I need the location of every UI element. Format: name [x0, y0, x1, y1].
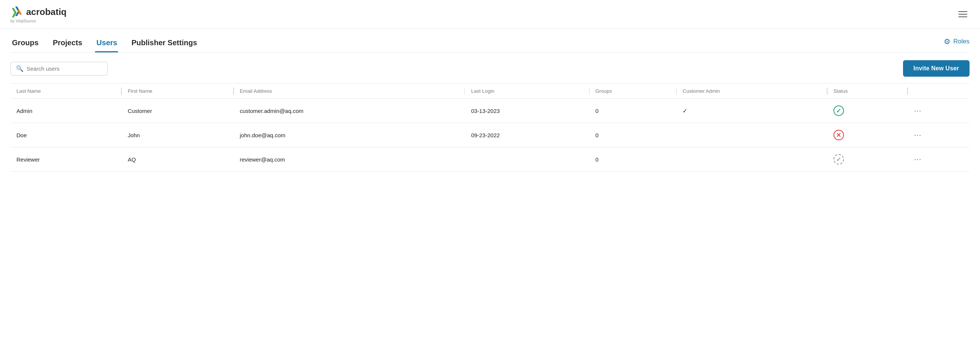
tab-projects[interactable]: Projects	[51, 35, 90, 53]
col-customer-admin: Customer Admin	[676, 84, 827, 99]
cell-groups: 0	[589, 123, 676, 147]
more-options-button[interactable]: ⋯	[914, 107, 922, 115]
cell-last-name: Reviewer	[11, 147, 122, 172]
cell-last-login	[465, 147, 589, 172]
gear-icon: ⚙	[944, 37, 950, 46]
col-last-name: Last Name	[11, 84, 122, 99]
roles-label: Roles	[953, 38, 969, 45]
col-groups: Groups	[589, 84, 676, 99]
hamburger-menu[interactable]	[956, 9, 969, 19]
col-email: Email Address	[234, 84, 465, 99]
cell-customer-admin: ✓	[676, 99, 827, 123]
main-nav: Groups Projects Users Publisher Settings…	[0, 29, 980, 53]
table-header: Last Name First Name Email Address Last …	[11, 84, 969, 99]
cell-status: ✕	[827, 123, 908, 147]
cell-email: reviewer@aq.com	[234, 147, 465, 172]
col-status: Status	[827, 84, 908, 99]
logo-subtitle: by VitalSource	[11, 19, 36, 23]
logo: acrobatiq	[11, 5, 67, 19]
status-active-icon: ✓	[834, 105, 844, 116]
col-actions	[908, 84, 969, 99]
users-table: Last Name First Name Email Address Last …	[11, 83, 969, 172]
roles-button[interactable]: ⚙ Roles	[944, 37, 969, 51]
cell-last-login: 09-23-2022	[465, 123, 589, 147]
cell-first-name: John	[122, 123, 234, 147]
status-inactive-icon: ✕	[834, 130, 844, 140]
cell-last-name: Doe	[11, 123, 122, 147]
cell-groups: 0	[589, 147, 676, 172]
cell-last-login: 03-13-2023	[465, 99, 589, 123]
cell-customer-admin	[676, 123, 827, 147]
tab-users[interactable]: Users	[95, 35, 125, 53]
table-body: Admin Customer customer.admin@aq.com 03-…	[11, 99, 969, 172]
tab-groups[interactable]: Groups	[11, 35, 46, 53]
cell-status: ✓	[827, 147, 908, 172]
cell-actions[interactable]: ⋯	[908, 147, 969, 172]
more-options-button[interactable]: ⋯	[914, 131, 922, 139]
cell-groups: 0	[589, 99, 676, 123]
table-row: Doe John john.doe@aq.com 09-23-2022 0 ✕ …	[11, 123, 969, 147]
col-last-login: Last Login	[465, 84, 589, 99]
logo-name: acrobatiq	[26, 7, 67, 17]
cell-email: john.doe@aq.com	[234, 123, 465, 147]
app-header: acrobatiq by VitalSource	[0, 0, 980, 29]
search-input[interactable]	[27, 65, 102, 72]
cell-actions[interactable]: ⋯	[908, 99, 969, 123]
tab-publisher-settings[interactable]: Publisher Settings	[130, 35, 205, 53]
cell-email: customer.admin@aq.com	[234, 99, 465, 123]
search-box: 🔍	[11, 62, 108, 75]
logo-icon	[11, 5, 24, 19]
cell-customer-admin	[676, 147, 827, 172]
cell-actions[interactable]: ⋯	[908, 123, 969, 147]
customer-admin-check: ✓	[682, 108, 687, 114]
status-pending-icon: ✓	[834, 154, 844, 164]
users-table-wrap: Last Name First Name Email Address Last …	[0, 83, 980, 182]
search-icon: 🔍	[16, 65, 24, 72]
more-options-button[interactable]: ⋯	[914, 155, 922, 163]
table-row: Reviewer AQ reviewer@aq.com 0 ✓ ⋯	[11, 147, 969, 172]
logo-area: acrobatiq by VitalSource	[11, 5, 67, 23]
col-first-name: First Name	[122, 84, 234, 99]
cell-status: ✓	[827, 99, 908, 123]
cell-first-name: Customer	[122, 99, 234, 123]
table-row: Admin Customer customer.admin@aq.com 03-…	[11, 99, 969, 123]
toolbar: 🔍 Invite New User	[0, 53, 980, 83]
cell-last-name: Admin	[11, 99, 122, 123]
cell-first-name: AQ	[122, 147, 234, 172]
invite-new-user-button[interactable]: Invite New User	[903, 60, 969, 77]
